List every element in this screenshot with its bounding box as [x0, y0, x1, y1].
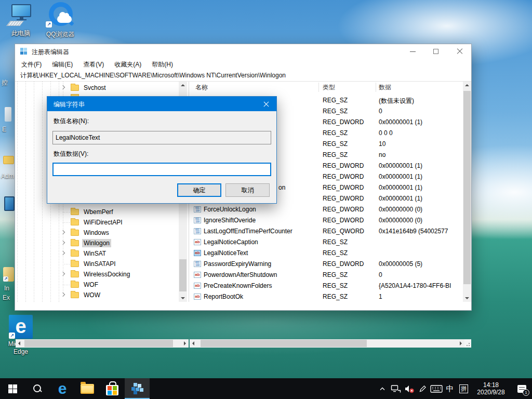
expand-chevron-icon[interactable]: [61, 241, 65, 245]
scroll-up-arrow[interactable]: [181, 84, 185, 86]
desktop-icon-this-pc[interactable]: 此电脑: [6, 3, 35, 37]
registry-value-row-legalnoticetext[interactable]: abLegalNoticeTextREG_SZ: [190, 248, 463, 259]
tree-item-wof[interactable]: WOF: [15, 280, 179, 290]
taskbar-file-explorer-button[interactable]: [75, 378, 100, 399]
list-horizontal-scrollbar[interactable]: [190, 339, 464, 348]
action-center-button[interactable]: 1: [511, 378, 532, 399]
expand-chevron-icon[interactable]: [61, 85, 65, 89]
tree-item-winlogon[interactable]: Winlogon: [15, 238, 179, 248]
ok-button[interactable]: 确定: [177, 183, 221, 197]
expand-chevron-icon[interactable]: [61, 230, 65, 234]
minimize-button[interactable]: [401, 44, 424, 59]
tree-item-wifidirectapi[interactable]: WiFiDirectAPI: [15, 217, 179, 228]
scrollbar-thumb[interactable]: [463, 91, 471, 284]
value-type: REG_SZ: [323, 97, 348, 104]
start-button[interactable]: [0, 378, 25, 399]
expand-chevron-icon[interactable]: [61, 251, 65, 255]
scroll-left-arrow[interactable]: [192, 341, 194, 345]
window-titlebar[interactable]: 注册表编辑器: [15, 44, 471, 59]
resize-grip[interactable]: [464, 339, 471, 348]
scrollbar-thumb[interactable]: [24, 340, 173, 347]
shortcut-arrow-icon: ↗: [46, 21, 52, 28]
show-hidden-icons-chevron[interactable]: [376, 378, 389, 399]
registry-value-row-precreateknownfolders[interactable]: abPreCreateKnownFoldersREG_SZ{A520A1A4-1…: [190, 281, 463, 291]
dialog-titlebar[interactable]: 编辑字符串: [47, 97, 276, 111]
tree-horizontal-scrollbar[interactable]: [16, 339, 189, 348]
value-data: 0x00000001 (1): [379, 184, 422, 191]
system-tray: 中 拼 14:18 2020/9/28 1: [376, 378, 532, 399]
search-icon: [33, 384, 42, 393]
scroll-right-arrow[interactable]: [184, 341, 186, 345]
value-data: 0x00000000 (0): [379, 206, 422, 213]
address-bar[interactable]: 计算机\HKEY_LOCAL_MACHINE\SOFTWARE\Microsof…: [15, 70, 471, 82]
hidden-monitor-icon-fragment: [4, 196, 15, 211]
registry-value-row-lastlogoffendtimeperfcounter[interactable]: 011110LastLogOffEndTimePerfCounterREG_QW…: [190, 226, 463, 237]
value-data-label: 数值数据(V):: [54, 150, 88, 158]
scroll-left-arrow[interactable]: [18, 341, 20, 345]
tree-item-label: WinSATAPI: [82, 260, 117, 268]
close-button[interactable]: [448, 44, 471, 59]
tree-item-winsat[interactable]: WinSAT: [15, 248, 179, 259]
folder-icon: [71, 230, 79, 236]
window-title: 注册表编辑器: [32, 48, 69, 57]
scroll-down-arrow[interactable]: [181, 297, 185, 299]
menu-item-v[interactable]: 查看(V): [78, 60, 109, 69]
column-separator[interactable]: [318, 83, 319, 92]
scroll-right-arrow[interactable]: [460, 341, 462, 345]
touch-keyboard-icon[interactable]: [430, 378, 443, 399]
taskbar-clock[interactable]: 14:18 2020/9/28: [473, 381, 509, 396]
dialog-close-button[interactable]: [256, 97, 276, 111]
registry-value-row-forceunlocklogon[interactable]: 011110ForceUnlockLogonREG_DWORD0x0000000…: [190, 204, 463, 215]
network-icon[interactable]: [389, 378, 403, 399]
column-header-name[interactable]: 名称: [195, 83, 208, 92]
dword-value-icon: 011110: [194, 206, 201, 212]
menu-item-e[interactable]: 编辑(E): [47, 60, 78, 69]
menu-item-h[interactable]: 帮助(H): [147, 60, 178, 69]
dialog-title: 编辑字符串: [54, 100, 85, 109]
tree-item-label: WbemPerf: [82, 208, 115, 216]
ime-pinyin-badge[interactable]: 拼: [459, 384, 468, 393]
tree-item-winsatapi[interactable]: WinSATAPI: [15, 259, 179, 269]
value-data-field[interactable]: [52, 163, 271, 176]
windows-ink-pen-icon[interactable]: [416, 378, 430, 399]
shortcut-arrow-icon: ↗: [9, 332, 15, 339]
tree-item-svchost[interactable]: Svchost: [15, 83, 179, 93]
taskbar-store-button[interactable]: [100, 378, 125, 399]
registry-value-row-ignoreshiftoveride[interactable]: 011110IgnoreShiftOverideREG_DWORD0x00000…: [190, 215, 463, 226]
tree-connector-stub: [63, 285, 70, 285]
qq-browser-icon: ↗: [46, 2, 75, 29]
cancel-button[interactable]: 取消: [225, 183, 270, 197]
expand-chevron-icon[interactable]: [61, 292, 65, 297]
column-header-type[interactable]: 类型: [323, 83, 335, 92]
desktop-icon-qq-browser[interactable]: ↗ QQ浏览器: [45, 2, 76, 38]
menu-item-f[interactable]: 文件(F): [16, 60, 47, 69]
menu-item-a[interactable]: 收藏夹(A): [109, 60, 147, 69]
taskbar-search-button[interactable]: [25, 378, 50, 399]
scrollbar-thumb[interactable]: [201, 340, 367, 347]
tree-item-wow[interactable]: WOW: [15, 290, 179, 300]
taskbar: e 中 拼: [0, 378, 532, 399]
tree-item-wbemperf[interactable]: WbemPerf: [15, 207, 179, 217]
registry-value-row-passwordexpirywarning[interactable]: 011110PasswordExpiryWarningREG_DWORD0x00…: [190, 259, 463, 270]
desktop-icon-microsoft-edge[interactable]: e ↗ Microsoft Edge: [4, 315, 37, 356]
column-header-data[interactable]: 数据: [379, 83, 391, 92]
taskbar-edge-button[interactable]: e: [50, 378, 75, 399]
maximize-button[interactable]: [424, 44, 448, 59]
registry-value-row-powerdownaftershutdown[interactable]: abPowerdownAfterShutdownREG_SZ0: [190, 270, 463, 281]
registry-value-row-reportbootok[interactable]: abReportBootOkREG_SZ1: [190, 291, 463, 302]
scroll-down-arrow[interactable]: [465, 297, 469, 299]
tree-item-windows[interactable]: Windows: [15, 228, 179, 238]
expand-chevron-icon[interactable]: [61, 272, 65, 276]
tree-item-wirelessdocking[interactable]: WirelessDocking: [15, 269, 179, 280]
taskbar-regedit-button[interactable]: [125, 378, 150, 399]
value-name-field[interactable]: [52, 131, 271, 144]
ime-language-indicator[interactable]: 中: [443, 378, 457, 399]
volume-muted-icon[interactable]: [403, 378, 416, 399]
folder-icon: [71, 261, 79, 267]
scroll-up-arrow[interactable]: [465, 84, 469, 86]
registry-value-row-legalnoticecaption[interactable]: abLegalNoticeCaptionREG_SZ: [190, 237, 463, 248]
scrollbar-thumb[interactable]: [179, 259, 187, 291]
folder-icon: [71, 85, 79, 91]
list-vertical-scrollbar[interactable]: [463, 82, 471, 302]
column-separator[interactable]: [376, 83, 376, 92]
